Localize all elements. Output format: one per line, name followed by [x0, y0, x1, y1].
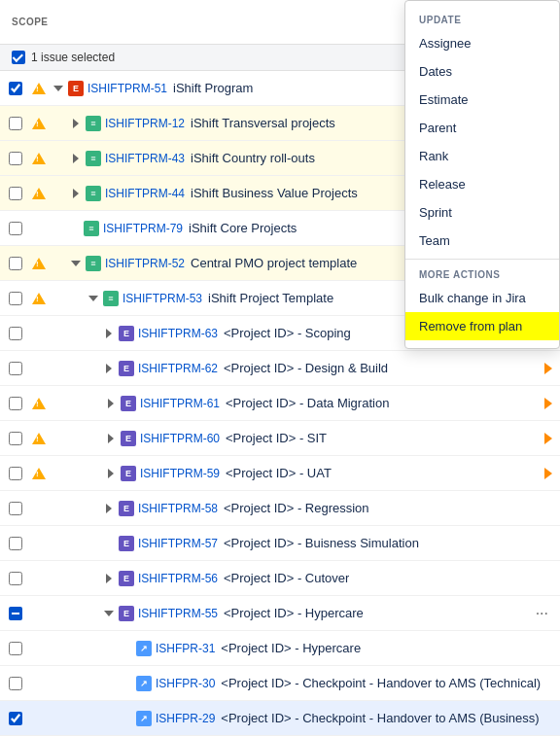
arrow-right-icon: [106, 329, 112, 338]
dropdown-item-rank[interactable]: Rank: [405, 142, 559, 170]
warning-icon: [31, 256, 47, 271]
orange-arrow-icon: [544, 468, 552, 479]
tree-row: ↗ISHFPR-30<Project ID> - Checkpoint - Ha…: [0, 666, 560, 701]
expand-button[interactable]: [99, 604, 119, 623]
epic-icon: E: [119, 606, 134, 621]
row-checkbox[interactable]: [9, 502, 22, 515]
issue-key[interactable]: ISHFPR-31: [156, 642, 215, 655]
warning-icon: [31, 396, 47, 411]
expand-button[interactable]: [99, 499, 119, 518]
issue-key[interactable]: ISHIFTPRM-62: [138, 362, 218, 375]
tree-row: EISHIFTPRM-59<Project ID> - UAT: [0, 456, 560, 491]
issue-key[interactable]: ISHIFTPRM-43: [105, 152, 185, 165]
checkbox-area: [0, 537, 31, 550]
expand-button[interactable]: [99, 359, 119, 378]
expand-button[interactable]: [49, 79, 68, 98]
arrow-right-icon: [73, 154, 79, 163]
expand-button[interactable]: [101, 429, 121, 448]
expand-button[interactable]: [66, 254, 86, 273]
issue-key[interactable]: ISHIFTPRM-61: [140, 397, 220, 410]
checkbox-area: [0, 712, 31, 725]
row-actions: [544, 398, 552, 409]
arrow-right-icon: [106, 504, 112, 513]
row-checkbox[interactable]: [9, 432, 22, 445]
expand-button[interactable]: [101, 394, 121, 413]
warning-icon: [31, 186, 47, 201]
issue-key[interactable]: ISHFPR-30: [156, 677, 215, 690]
row-actions: [544, 433, 552, 444]
expand-button[interactable]: [99, 324, 119, 343]
row-checkbox[interactable]: [9, 642, 22, 655]
checkbox-area: [0, 152, 31, 165]
row-checkbox[interactable]: [9, 362, 22, 375]
row-checkbox-minus[interactable]: [9, 607, 22, 620]
issue-key[interactable]: ISHIFTPRM-79: [103, 222, 183, 235]
epic-icon: E: [121, 466, 136, 481]
dropdown-item-estimate[interactable]: Estimate: [405, 86, 559, 114]
dropdown-item-remove-from-plan[interactable]: Remove from plan: [405, 312, 559, 340]
warning-icon: [31, 291, 47, 306]
row-checkbox[interactable]: [9, 152, 22, 165]
checkbox-area: [0, 292, 31, 305]
row-checkbox[interactable]: [9, 712, 22, 725]
issue-key[interactable]: ISHIFTPRM-63: [138, 327, 218, 340]
issue-summary: <Project ID> - Scoping: [224, 326, 351, 340]
issue-summary: iShift Core Projects: [189, 221, 297, 235]
dropdown-item-dates[interactable]: Dates: [405, 57, 559, 86]
row-checkbox[interactable]: [9, 117, 22, 130]
issue-summary: iShift Transversal projects: [191, 116, 335, 130]
issue-key[interactable]: ISHIFTPRM-56: [138, 572, 218, 585]
tree-row: EISHIFTPRM-55<Project ID> - Hypercare···: [0, 596, 560, 631]
dropdown-item-parent[interactable]: Parent: [405, 114, 559, 142]
issue-key[interactable]: ISHIFTPRM-57: [138, 537, 218, 550]
row-checkbox[interactable]: [9, 327, 22, 340]
dropdown-item-assignee[interactable]: Assignee: [405, 29, 559, 57]
subtask-icon: ↗: [136, 711, 152, 726]
row-checkbox[interactable]: [9, 292, 22, 305]
arrow-right-icon: [108, 434, 114, 443]
issue-key[interactable]: ISHIFTPRM-53: [122, 292, 202, 305]
tree-row: ↗ISHFPR-31<Project ID> - Hypercare: [0, 631, 560, 666]
warning-icon: [31, 116, 47, 131]
issue-key[interactable]: ISHIFTPRM-59: [140, 467, 220, 480]
dropdown-item-bulk-change-in-jira[interactable]: Bulk change in Jira: [405, 284, 559, 312]
row-checkbox[interactable]: [9, 467, 22, 480]
issue-key[interactable]: ISHIFTPRM-52: [105, 257, 185, 270]
dropdown-item-team[interactable]: Team: [405, 227, 559, 255]
row-checkbox[interactable]: [9, 572, 22, 585]
expand-button[interactable]: [101, 464, 121, 483]
row-checkbox[interactable]: [9, 397, 22, 410]
expand-button[interactable]: [84, 289, 103, 308]
issue-key[interactable]: ISHIFTPRM-12: [105, 117, 185, 130]
arrow-right-icon: [73, 189, 79, 198]
issue-key[interactable]: ISHIFTPRM-58: [138, 502, 218, 515]
issue-key[interactable]: ISHFPR-29: [156, 712, 215, 725]
warning-icon: [31, 431, 47, 446]
row-checkbox[interactable]: [9, 222, 22, 235]
dropdown-item-release[interactable]: Release: [405, 170, 559, 198]
issue-key[interactable]: ISHIFTPRM-55: [138, 607, 218, 620]
expand-button[interactable]: [66, 149, 86, 168]
checkbox-area: [0, 187, 31, 200]
issue-summary: <Project ID> - Cutover: [224, 571, 349, 585]
issue-key[interactable]: ISHIFTPRM-51: [88, 82, 167, 95]
row-checkbox[interactable]: [9, 537, 22, 550]
tree-row: EISHIFTPRM-61<Project ID> - Data Migrati…: [0, 386, 560, 421]
issue-key[interactable]: ISHIFTPRM-44: [105, 187, 185, 200]
checkbox-area: [0, 327, 31, 340]
row-checkbox[interactable]: [9, 677, 22, 690]
row-checkbox[interactable]: [9, 257, 22, 270]
issue-key[interactable]: ISHIFTPRM-60: [140, 432, 220, 445]
expand-button[interactable]: [66, 114, 86, 133]
checkbox-area: [0, 467, 31, 480]
warning-icon: [31, 151, 47, 166]
expand-button[interactable]: [99, 569, 119, 588]
expand-button[interactable]: [66, 184, 86, 203]
issue-summary: iShift Project Template: [208, 291, 333, 305]
row-checkbox[interactable]: [9, 187, 22, 200]
row-checkbox[interactable]: [9, 82, 22, 95]
more-options-button[interactable]: ···: [532, 605, 552, 622]
selected-count-text: 1 issue selected: [31, 51, 115, 64]
row-actions: [544, 363, 552, 374]
dropdown-item-sprint[interactable]: Sprint: [405, 198, 559, 227]
